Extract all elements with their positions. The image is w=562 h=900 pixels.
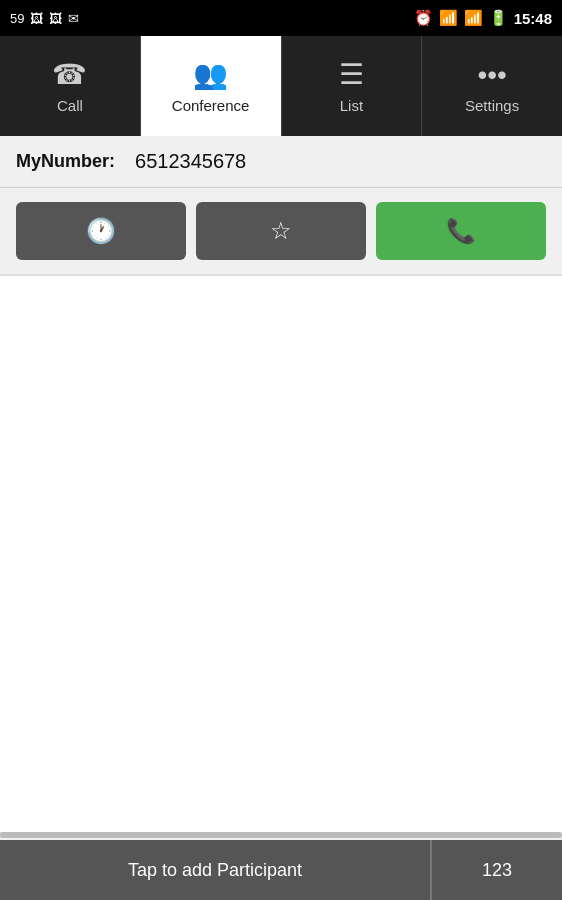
clock-display: 15:48: [514, 10, 552, 27]
mail-icon: ✉: [68, 11, 79, 26]
add-participant-button[interactable]: Tap to add Participant: [0, 840, 432, 900]
list-tab-label: List: [340, 97, 363, 114]
call-tab-icon: ☎: [52, 58, 87, 91]
star-icon: ☆: [270, 217, 292, 245]
battery-icon: 🔋: [489, 9, 508, 27]
status-bar: 59 🖼 🖼 ✉ ⏰ 📶 📶 🔋 15:48: [0, 0, 562, 36]
call-button[interactable]: 📞: [376, 202, 546, 260]
wifi-icon: 📶: [439, 9, 458, 27]
signal-icon: 📶: [464, 9, 483, 27]
status-bar-right: ⏰ 📶 📶 🔋 15:48: [414, 9, 552, 27]
tab-conference[interactable]: 👥 Conference: [141, 36, 282, 136]
action-buttons-row: 🕐 ☆ 📞: [0, 188, 562, 276]
keypad-button[interactable]: 123: [432, 840, 562, 900]
tab-call[interactable]: ☎ Call: [0, 36, 141, 136]
my-number-label: MyNumber:: [16, 151, 115, 172]
list-tab-icon: ☰: [339, 58, 364, 91]
scroll-indicator: [0, 832, 562, 838]
bottom-bar: Tap to add Participant 123: [0, 840, 562, 900]
notification-count-icon: 59: [10, 11, 24, 26]
clock-icon: 🕐: [86, 217, 116, 245]
phone-icon: 📞: [446, 217, 476, 245]
recent-calls-button[interactable]: 🕐: [16, 202, 186, 260]
tab-settings[interactable]: ••• Settings: [422, 36, 562, 136]
settings-tab-icon: •••: [477, 59, 506, 91]
my-number-row: MyNumber: 6512345678: [0, 136, 562, 188]
main-content: [0, 276, 562, 832]
status-bar-left: 59 🖼 🖼 ✉: [10, 11, 79, 26]
tab-bar: ☎ Call 👥 Conference ☰ List ••• Settings: [0, 36, 562, 136]
call-tab-label: Call: [57, 97, 83, 114]
scroll-thumb: [0, 832, 562, 838]
conference-tab-icon: 👥: [193, 58, 228, 91]
favorites-button[interactable]: ☆: [196, 202, 366, 260]
settings-tab-label: Settings: [465, 97, 519, 114]
keypad-label: 123: [482, 860, 512, 881]
my-number-value: 6512345678: [135, 150, 246, 173]
tab-list[interactable]: ☰ List: [282, 36, 423, 136]
photo-icon: 🖼: [30, 11, 43, 26]
add-participant-label: Tap to add Participant: [128, 860, 302, 881]
alarm-icon: ⏰: [414, 9, 433, 27]
conference-tab-label: Conference: [172, 97, 250, 114]
photo2-icon: 🖼: [49, 11, 62, 26]
